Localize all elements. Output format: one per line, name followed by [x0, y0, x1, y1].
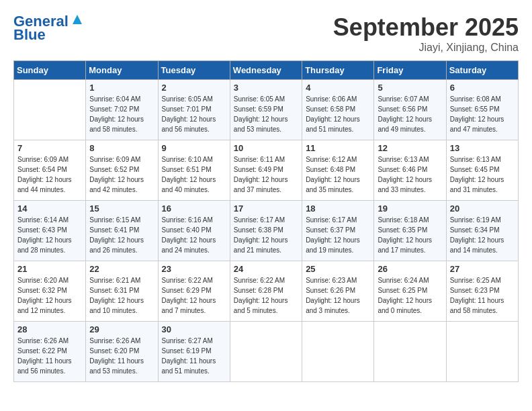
day-number: 15 [89, 203, 154, 214]
day-info: Sunrise: 6:12 AMSunset: 6:48 PMDaylight:… [306, 154, 370, 195]
logo-icon [70, 12, 85, 27]
calendar-cell: 6Sunrise: 6:08 AMSunset: 6:55 PMDaylight… [446, 80, 518, 140]
calendar-cell: 28Sunrise: 6:26 AMSunset: 6:22 PMDayligh… [14, 322, 86, 382]
location-subtitle: Jiayi, Xinjiang, China [333, 42, 519, 54]
calendar-cell: 16Sunrise: 6:16 AMSunset: 6:40 PMDayligh… [158, 201, 230, 261]
col-header-thursday: Thursday [302, 61, 374, 80]
col-header-saturday: Saturday [446, 61, 518, 80]
logo: General Blue [13, 13, 85, 43]
day-number: 19 [378, 203, 442, 214]
day-info: Sunrise: 6:22 AMSunset: 6:29 PMDaylight:… [162, 275, 226, 316]
day-info: Sunrise: 6:10 AMSunset: 6:51 PMDaylight:… [162, 154, 226, 195]
day-info: Sunrise: 6:17 AMSunset: 6:38 PMDaylight:… [234, 215, 298, 255]
day-number: 14 [17, 203, 82, 214]
page-header: General Blue September 2025 Jiayi, Xinji… [13, 13, 519, 54]
day-number: 21 [17, 264, 82, 274]
day-number: 9 [162, 143, 226, 153]
day-number: 12 [378, 143, 442, 153]
day-info: Sunrise: 6:16 AMSunset: 6:40 PMDaylight:… [162, 215, 226, 255]
logo-text-blue: Blue [13, 27, 46, 43]
calendar-cell: 3Sunrise: 6:05 AMSunset: 6:59 PMDaylight… [230, 80, 302, 140]
day-info: Sunrise: 6:14 AMSunset: 6:43 PMDaylight:… [17, 215, 82, 255]
calendar-cell [374, 322, 446, 382]
day-number: 6 [450, 83, 515, 93]
day-info: Sunrise: 6:19 AMSunset: 6:34 PMDaylight:… [450, 215, 515, 255]
calendar-cell: 27Sunrise: 6:25 AMSunset: 6:23 PMDayligh… [446, 261, 518, 322]
day-number: 2 [162, 83, 226, 93]
day-info: Sunrise: 6:07 AMSunset: 6:56 PMDaylight:… [378, 94, 442, 134]
day-number: 10 [234, 143, 298, 153]
calendar-cell: 8Sunrise: 6:09 AMSunset: 6:52 PMDaylight… [86, 140, 158, 201]
calendar-cell: 14Sunrise: 6:14 AMSunset: 6:43 PMDayligh… [14, 201, 86, 261]
calendar-cell: 18Sunrise: 6:17 AMSunset: 6:37 PMDayligh… [302, 201, 374, 261]
day-info: Sunrise: 6:22 AMSunset: 6:28 PMDaylight:… [234, 275, 298, 316]
calendar-table: SundayMondayTuesdayWednesdayThursdayFrid… [13, 60, 519, 382]
day-info: Sunrise: 6:23 AMSunset: 6:26 PMDaylight:… [306, 275, 370, 316]
calendar-cell: 11Sunrise: 6:12 AMSunset: 6:48 PMDayligh… [302, 140, 374, 201]
day-info: Sunrise: 6:04 AMSunset: 7:02 PMDaylight:… [89, 94, 154, 134]
col-header-monday: Monday [86, 61, 158, 80]
calendar-cell: 26Sunrise: 6:24 AMSunset: 6:25 PMDayligh… [374, 261, 446, 322]
calendar-cell [302, 322, 374, 382]
day-number: 11 [306, 143, 370, 153]
svg-marker-0 [73, 15, 82, 24]
calendar-cell: 13Sunrise: 6:13 AMSunset: 6:45 PMDayligh… [446, 140, 518, 201]
calendar-cell: 20Sunrise: 6:19 AMSunset: 6:34 PMDayligh… [446, 201, 518, 261]
day-number: 28 [17, 324, 82, 334]
day-info: Sunrise: 6:05 AMSunset: 6:59 PMDaylight:… [234, 94, 298, 134]
day-info: Sunrise: 6:15 AMSunset: 6:41 PMDaylight:… [89, 215, 154, 255]
day-number: 17 [234, 203, 298, 214]
day-number: 26 [378, 264, 442, 274]
day-number: 30 [162, 324, 226, 334]
day-number: 20 [450, 203, 515, 214]
calendar-cell: 15Sunrise: 6:15 AMSunset: 6:41 PMDayligh… [86, 201, 158, 261]
day-info: Sunrise: 6:11 AMSunset: 6:49 PMDaylight:… [234, 154, 298, 195]
day-number: 23 [162, 264, 226, 274]
calendar-cell [446, 322, 518, 382]
day-number: 8 [89, 143, 154, 153]
calendar-cell: 1Sunrise: 6:04 AMSunset: 7:02 PMDaylight… [86, 80, 158, 140]
day-info: Sunrise: 6:05 AMSunset: 7:01 PMDaylight:… [162, 94, 226, 134]
calendar-cell: 23Sunrise: 6:22 AMSunset: 6:29 PMDayligh… [158, 261, 230, 322]
day-number: 24 [234, 264, 298, 274]
day-number: 27 [450, 264, 515, 274]
calendar-cell: 19Sunrise: 6:18 AMSunset: 6:35 PMDayligh… [374, 201, 446, 261]
calendar-cell: 29Sunrise: 6:26 AMSunset: 6:20 PMDayligh… [86, 322, 158, 382]
col-header-friday: Friday [374, 61, 446, 80]
calendar-cell [14, 80, 86, 140]
col-header-sunday: Sunday [14, 61, 86, 80]
calendar-cell: 10Sunrise: 6:11 AMSunset: 6:49 PMDayligh… [230, 140, 302, 201]
day-number: 4 [306, 83, 370, 93]
day-info: Sunrise: 6:13 AMSunset: 6:46 PMDaylight:… [378, 154, 442, 195]
day-info: Sunrise: 6:09 AMSunset: 6:52 PMDaylight:… [89, 154, 154, 195]
day-info: Sunrise: 6:26 AMSunset: 6:20 PMDaylight:… [89, 336, 154, 376]
day-info: Sunrise: 6:26 AMSunset: 6:22 PMDaylight:… [17, 336, 82, 376]
calendar-cell: 4Sunrise: 6:06 AMSunset: 6:58 PMDaylight… [302, 80, 374, 140]
calendar-cell: 21Sunrise: 6:20 AMSunset: 6:32 PMDayligh… [14, 261, 86, 322]
calendar-cell: 12Sunrise: 6:13 AMSunset: 6:46 PMDayligh… [374, 140, 446, 201]
calendar-cell: 5Sunrise: 6:07 AMSunset: 6:56 PMDaylight… [374, 80, 446, 140]
day-info: Sunrise: 6:09 AMSunset: 6:54 PMDaylight:… [17, 154, 82, 195]
day-number: 7 [17, 143, 82, 153]
calendar-cell: 30Sunrise: 6:27 AMSunset: 6:19 PMDayligh… [158, 322, 230, 382]
col-header-tuesday: Tuesday [158, 61, 230, 80]
day-info: Sunrise: 6:06 AMSunset: 6:58 PMDaylight:… [306, 94, 370, 134]
day-info: Sunrise: 6:20 AMSunset: 6:32 PMDaylight:… [17, 275, 82, 316]
calendar-cell: 7Sunrise: 6:09 AMSunset: 6:54 PMDaylight… [14, 140, 86, 201]
day-number: 5 [378, 83, 442, 93]
calendar-cell: 25Sunrise: 6:23 AMSunset: 6:26 PMDayligh… [302, 261, 374, 322]
calendar-cell: 9Sunrise: 6:10 AMSunset: 6:51 PMDaylight… [158, 140, 230, 201]
month-year-title: September 2025 [333, 13, 519, 42]
day-number: 29 [89, 324, 154, 334]
day-number: 3 [234, 83, 298, 93]
calendar-cell [230, 322, 302, 382]
calendar-cell: 24Sunrise: 6:22 AMSunset: 6:28 PMDayligh… [230, 261, 302, 322]
col-header-wednesday: Wednesday [230, 61, 302, 80]
day-number: 13 [450, 143, 515, 153]
title-block: September 2025 Jiayi, Xinjiang, China [333, 13, 519, 54]
day-info: Sunrise: 6:21 AMSunset: 6:31 PMDaylight:… [89, 275, 154, 316]
day-info: Sunrise: 6:13 AMSunset: 6:45 PMDaylight:… [450, 154, 515, 195]
day-info: Sunrise: 6:08 AMSunset: 6:55 PMDaylight:… [450, 94, 515, 134]
calendar-cell: 2Sunrise: 6:05 AMSunset: 7:01 PMDaylight… [158, 80, 230, 140]
day-number: 25 [306, 264, 370, 274]
